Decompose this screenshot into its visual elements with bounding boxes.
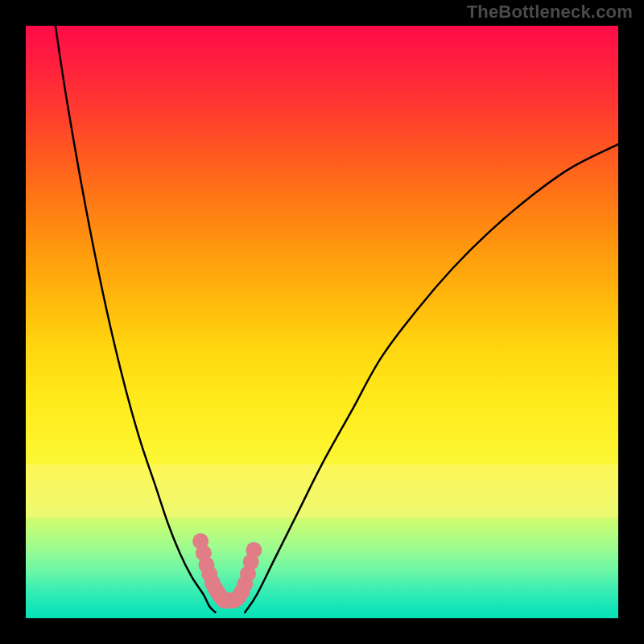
plot-area: [26, 26, 618, 618]
chart-svg: [26, 26, 618, 618]
curve-right-branch: [245, 144, 618, 612]
chart-frame: TheBottleneck.com: [0, 0, 644, 644]
marker-dot: [246, 542, 262, 558]
dots-layer: [192, 533, 262, 609]
curve-left-branch: [56, 26, 216, 613]
curve-layer: [56, 26, 618, 613]
watermark-text: TheBottleneck.com: [467, 2, 633, 23]
